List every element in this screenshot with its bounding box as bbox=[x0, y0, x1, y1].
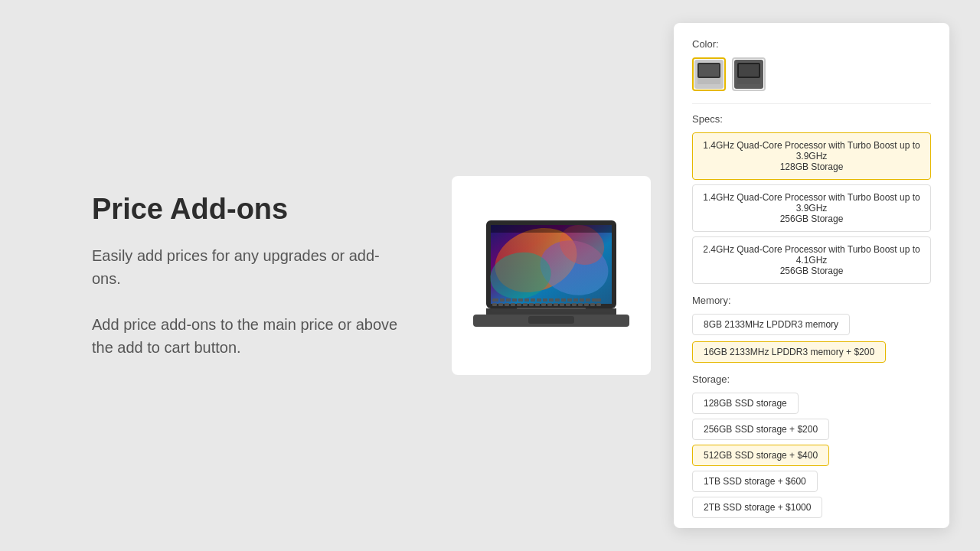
memory-options: 8GB 2133MHz LPDDR3 memory 16GB 2133MHz L… bbox=[692, 314, 931, 363]
color-swatch-silver[interactable] bbox=[692, 57, 726, 91]
svg-rect-31 bbox=[506, 298, 511, 302]
svg-rect-14 bbox=[511, 303, 515, 306]
svg-rect-44 bbox=[586, 298, 590, 302]
memory-option-16gb[interactable]: 16GB 2133MHz LPDDR3 memory + $200 bbox=[692, 341, 886, 363]
storage-section: Storage: 128GB SSD storage 256GB SSD sto… bbox=[692, 373, 931, 518]
svg-rect-36 bbox=[537, 298, 541, 302]
svg-rect-48 bbox=[491, 309, 612, 312]
svg-rect-55 bbox=[739, 64, 759, 77]
svg-rect-35 bbox=[531, 298, 535, 302]
storage-option-256[interactable]: 256GB SSD storage + $200 bbox=[692, 419, 829, 440]
description-2: Add price add-ons to the main price or a… bbox=[92, 313, 406, 359]
svg-rect-37 bbox=[543, 298, 547, 302]
svg-rect-10 bbox=[528, 316, 574, 324]
svg-rect-52 bbox=[697, 78, 720, 84]
color-section: Color: bbox=[692, 38, 931, 91]
product-panel: Color: Specs: bbox=[674, 23, 949, 528]
svg-rect-12 bbox=[498, 303, 503, 306]
divider-1 bbox=[692, 103, 931, 104]
specs-label: Specs: bbox=[692, 113, 931, 125]
svg-rect-16 bbox=[523, 303, 528, 306]
svg-rect-17 bbox=[529, 303, 534, 306]
svg-rect-21 bbox=[554, 303, 558, 306]
color-options bbox=[692, 57, 931, 91]
svg-rect-26 bbox=[584, 303, 589, 306]
storage-option-1tb[interactable]: 1TB SSD storage + $600 bbox=[692, 471, 818, 492]
svg-rect-19 bbox=[541, 303, 546, 306]
svg-rect-27 bbox=[590, 303, 595, 306]
svg-rect-30 bbox=[500, 298, 505, 302]
spec-option-1[interactable]: 1.4GHz Quad-Core Processor with Turbo Bo… bbox=[692, 132, 931, 180]
svg-rect-40 bbox=[561, 298, 566, 302]
svg-rect-25 bbox=[578, 303, 583, 306]
specs-section: Specs: 1.4GHz Quad-Core Processor with T… bbox=[692, 113, 931, 284]
color-label: Color: bbox=[692, 38, 931, 50]
svg-rect-28 bbox=[596, 303, 601, 306]
svg-rect-39 bbox=[555, 298, 560, 302]
svg-rect-45 bbox=[592, 298, 601, 302]
svg-rect-22 bbox=[560, 303, 564, 306]
page-title: Price Add-ons bbox=[92, 193, 406, 226]
storage-option-512[interactable]: 512GB SSD storage + $400 bbox=[692, 445, 829, 466]
svg-rect-34 bbox=[524, 298, 529, 302]
svg-rect-32 bbox=[512, 298, 517, 302]
svg-rect-42 bbox=[573, 298, 578, 302]
svg-rect-18 bbox=[535, 303, 540, 306]
svg-rect-13 bbox=[505, 303, 509, 306]
svg-rect-38 bbox=[549, 298, 554, 302]
svg-rect-56 bbox=[737, 78, 760, 84]
svg-rect-20 bbox=[547, 303, 552, 306]
spec-option-3[interactable]: 2.4GHz Quad-Core Processor with Turbo Bo… bbox=[692, 236, 931, 284]
svg-rect-29 bbox=[492, 298, 498, 302]
svg-rect-51 bbox=[699, 64, 719, 77]
color-swatch-space-gray[interactable] bbox=[732, 57, 766, 91]
storage-option-2tb[interactable]: 2TB SSD storage + $1000 bbox=[692, 497, 822, 518]
svg-rect-23 bbox=[566, 303, 570, 306]
storage-options: 128GB SSD storage 256GB SSD storage + $2… bbox=[692, 393, 931, 518]
svg-rect-7 bbox=[491, 225, 612, 233]
storage-label: Storage: bbox=[692, 373, 931, 385]
memory-section: Memory: 8GB 2133MHz LPDDR3 memory 16GB 2… bbox=[692, 295, 931, 363]
svg-rect-11 bbox=[492, 303, 497, 306]
svg-rect-24 bbox=[572, 303, 577, 306]
svg-rect-43 bbox=[580, 298, 584, 302]
memory-option-8gb[interactable]: 8GB 2133MHz LPDDR3 memory bbox=[692, 314, 850, 335]
spec-option-2[interactable]: 1.4GHz Quad-Core Processor with Turbo Bo… bbox=[692, 184, 931, 232]
svg-rect-41 bbox=[567, 298, 572, 302]
product-image bbox=[452, 176, 651, 375]
memory-label: Memory: bbox=[692, 295, 931, 306]
description-1: Easily add prices for any upgrades or ad… bbox=[92, 244, 406, 290]
svg-rect-33 bbox=[518, 298, 523, 302]
storage-option-128[interactable]: 128GB SSD storage bbox=[692, 393, 799, 414]
svg-rect-15 bbox=[517, 303, 521, 306]
